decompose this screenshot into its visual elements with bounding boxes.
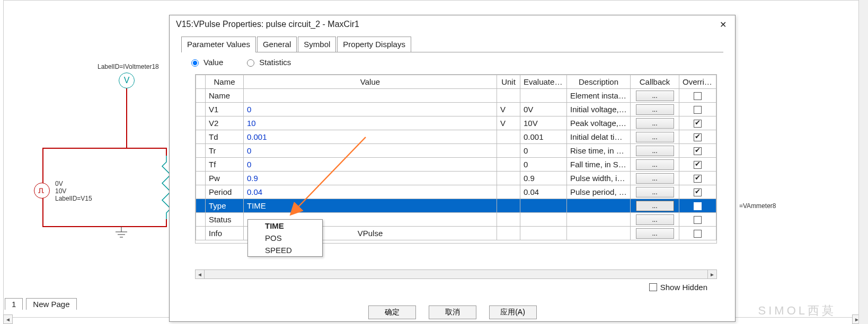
- table-row[interactable]: Tr00Rise time, in S......: [196, 144, 716, 158]
- cell-value[interactable]: 0: [244, 144, 497, 158]
- callback-button[interactable]: ...: [636, 118, 674, 129]
- cell-override[interactable]: [679, 130, 716, 144]
- cell-name[interactable]: Tf: [206, 158, 244, 172]
- col-description[interactable]: Description: [567, 75, 631, 89]
- vertical-scrollbar[interactable]: [858, 0, 868, 324]
- callback-button[interactable]: ...: [636, 146, 674, 156]
- cell-name[interactable]: V1: [206, 103, 244, 116]
- cell-override[interactable]: [679, 116, 716, 130]
- cell-name[interactable]: V2: [206, 116, 244, 130]
- override-checkbox[interactable]: [694, 106, 702, 114]
- table-row[interactable]: V210V10VPeak voltage, i......: [196, 116, 716, 130]
- cell-value[interactable]: 0.04: [244, 185, 497, 199]
- radio-value[interactable]: Value: [189, 58, 223, 67]
- cell-name[interactable]: Period: [206, 185, 244, 199]
- ground-icon[interactable]: [113, 227, 129, 241]
- cell-name[interactable]: Name: [206, 89, 244, 103]
- col-unit[interactable]: Unit: [497, 75, 520, 89]
- callback-button[interactable]: ...: [636, 214, 674, 225]
- dropdown-option-speed[interactable]: SPEED: [248, 244, 322, 256]
- cell-value[interactable]: [244, 89, 497, 103]
- show-hidden-box[interactable]: [649, 283, 657, 291]
- table-row[interactable]: Td0.0010.001Initial delat tim......: [196, 130, 716, 144]
- col-value[interactable]: Value: [244, 75, 497, 89]
- table-hscroll-right[interactable]: ►: [707, 269, 717, 279]
- type-dropdown[interactable]: TIME POS SPEED: [247, 219, 323, 257]
- cell-name[interactable]: Type: [206, 199, 244, 213]
- cell-name[interactable]: Tr: [206, 144, 244, 158]
- override-checkbox[interactable]: [694, 92, 702, 100]
- callback-button[interactable]: ...: [636, 173, 674, 184]
- override-checkbox[interactable]: [694, 202, 702, 210]
- override-checkbox[interactable]: [694, 120, 702, 128]
- radio-value-input[interactable]: [191, 59, 199, 67]
- parameter-table[interactable]: Name Value Unit Evaluated... Description…: [196, 75, 716, 240]
- page-tab-1[interactable]: 1: [5, 298, 23, 310]
- cell-name[interactable]: Pw: [206, 172, 244, 185]
- close-button[interactable]: ✕: [714, 17, 732, 31]
- radio-statistics[interactable]: Statistics: [244, 58, 291, 67]
- col-evaluated[interactable]: Evaluated...: [520, 75, 567, 89]
- col-name[interactable]: Name: [206, 75, 244, 89]
- cell-name[interactable]: Td: [206, 130, 244, 144]
- dropdown-option-pos[interactable]: POS: [248, 232, 322, 244]
- cell-override[interactable]: [679, 89, 716, 103]
- cell-name[interactable]: Info: [206, 227, 244, 240]
- tab-parameter-values[interactable]: Parameter Values: [181, 37, 256, 52]
- apply-button[interactable]: 应用(A): [489, 305, 537, 319]
- callback-button[interactable]: ...: [636, 91, 674, 101]
- table-row[interactable]: NameElement instan......: [196, 89, 716, 103]
- override-checkbox[interactable]: [694, 216, 702, 224]
- cancel-button[interactable]: 取消: [429, 305, 476, 319]
- cell-value[interactable]: 10: [244, 116, 497, 130]
- table-row[interactable]: Tf00Fall time, in Se......: [196, 158, 716, 172]
- cell-value[interactable]: 0: [244, 103, 497, 116]
- tab-symbol[interactable]: Symbol: [298, 37, 336, 52]
- cell-override[interactable]: [679, 158, 716, 172]
- callback-button[interactable]: ...: [636, 187, 674, 197]
- table-hscroll-track[interactable]: [205, 269, 707, 279]
- dropdown-option-time[interactable]: TIME: [248, 220, 322, 232]
- callback-button[interactable]: ...: [636, 132, 674, 142]
- ok-button[interactable]: 确定: [368, 305, 416, 319]
- cell-value[interactable]: 0.001: [244, 130, 497, 144]
- page-tab-new[interactable]: New Page: [26, 298, 76, 310]
- override-checkbox[interactable]: [694, 161, 702, 169]
- callback-button[interactable]: ...: [636, 228, 674, 239]
- override-checkbox[interactable]: [694, 230, 702, 238]
- cell-value[interactable]: 0.9: [244, 172, 497, 185]
- hscroll-left-button[interactable]: ◄: [3, 314, 13, 324]
- override-checkbox[interactable]: [694, 188, 702, 196]
- callback-button[interactable]: ...: [636, 159, 674, 170]
- cell-override[interactable]: [679, 185, 716, 199]
- table-row[interactable]: V10V0VInitial voltage, ......: [196, 103, 716, 116]
- callback-button[interactable]: ...: [636, 201, 674, 211]
- radio-statistics-input[interactable]: [247, 59, 254, 67]
- dialog-titlebar[interactable]: V15:VPulse Properties: pulse circuit_2 -…: [170, 15, 735, 33]
- cell-value[interactable]: 0: [244, 158, 497, 172]
- cell-override[interactable]: [679, 227, 716, 240]
- cell-override[interactable]: [679, 172, 716, 185]
- callback-button[interactable]: ...: [636, 104, 674, 115]
- override-checkbox[interactable]: [694, 175, 702, 183]
- cell-name[interactable]: Status: [206, 213, 244, 227]
- cell-value[interactable]: TIME: [244, 199, 497, 213]
- tab-property-displays[interactable]: Property Displays: [337, 37, 411, 52]
- col-callback[interactable]: Callback: [631, 75, 679, 89]
- table-row[interactable]: Period0.040.04Pulse period, i......: [196, 185, 716, 199]
- cell-override[interactable]: [679, 144, 716, 158]
- show-hidden-checkbox[interactable]: Show Hidden: [649, 283, 707, 292]
- cell-override[interactable]: [679, 213, 716, 227]
- pulse-source-icon[interactable]: [34, 183, 50, 199]
- table-hscroll-left[interactable]: ◄: [195, 269, 205, 279]
- table-row[interactable]: TypeTIME...: [196, 199, 716, 213]
- cell-override[interactable]: [679, 103, 716, 116]
- cell-override[interactable]: [679, 199, 716, 213]
- tab-general[interactable]: General: [257, 37, 297, 52]
- override-checkbox[interactable]: [694, 133, 702, 141]
- voltmeter-icon[interactable]: V: [119, 73, 135, 88]
- override-checkbox[interactable]: [694, 147, 702, 155]
- col-override[interactable]: Override: [679, 75, 716, 89]
- table-hscroll[interactable]: ◄ ►: [195, 269, 717, 279]
- table-row[interactable]: Pw0.90.9Pulse width, in ......: [196, 172, 716, 185]
